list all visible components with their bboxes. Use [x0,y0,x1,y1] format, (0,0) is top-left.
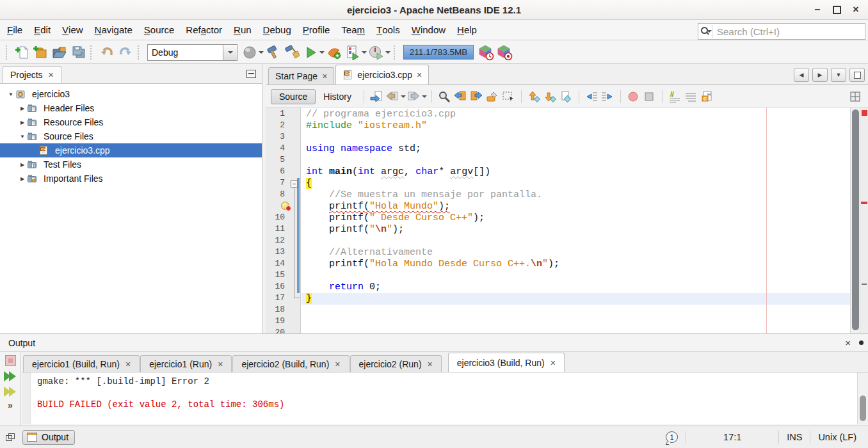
history-view-button[interactable]: History [316,90,359,104]
close-icon[interactable]: × [335,359,340,369]
toggle-highlight-icon[interactable] [485,89,501,104]
profile-clock-icon[interactable] [477,44,494,61]
code-line-18[interactable] [301,305,850,316]
deploy-icon[interactable] [241,44,258,61]
close-icon[interactable]: × [322,71,327,81]
menu-team[interactable]: Team [335,20,371,40]
menu-profile[interactable]: Profile [297,20,336,40]
find-selection-icon[interactable] [437,89,453,104]
menu-help[interactable]: Help [451,20,483,40]
undo-icon[interactable] [98,44,115,61]
forward-dropdown-icon[interactable] [422,95,427,98]
comment-icon[interactable]: // [667,89,683,104]
menu-debug[interactable]: Debug [257,20,297,40]
menu-source[interactable]: Source [138,20,181,40]
output-tab-ejercicio1-build-run[interactable]: ejercicio1 (Build, Run)× [23,355,140,372]
code-line-8[interactable]: //Se muestra un mensaje por pantalla. [301,189,850,201]
memory-indicator[interactable]: 211.1/783.5MB [403,45,474,60]
editor-vertical-scrollbar[interactable] [850,108,860,333]
search-icon[interactable] [698,25,713,38]
rerun-build-icon[interactable] [4,371,17,381]
more-buttons-icon[interactable]: » [8,402,13,408]
deploy-dropdown-icon[interactable] [259,51,264,54]
code-line-5[interactable] [301,155,850,166]
tree-item-ejercicio3[interactable]: ▼ejercicio3 [0,87,262,101]
clean-build-icon[interactable] [283,44,300,61]
minimize-panel-dot-icon[interactable] [859,340,864,345]
code-editor[interactable]: 123456781011121314151617181920 // progra… [266,108,868,333]
code-line-10[interactable]: printf(" Desde Curso C++"); [301,212,850,224]
debug-config-select[interactable]: Debug [147,44,237,61]
output-window-button[interactable]: Output [22,430,75,445]
menu-navigate[interactable]: Navigate [89,20,138,40]
tree-expander-icon[interactable]: ▼ [18,134,27,140]
menu-file[interactable]: File [1,20,28,40]
back-icon[interactable] [385,89,401,104]
tree-item-header-files[interactable]: ▶Header Files [0,101,262,115]
code-line-4[interactable]: using namespace std; [301,143,850,155]
tree-item-resource-files[interactable]: ▶Resource Files [0,115,262,129]
scroll-tabs-left-button[interactable]: ◀ [794,68,809,82]
debug-project-icon[interactable] [325,44,342,61]
code-line-11[interactable]: printf("\n"); [301,224,850,236]
redo-icon[interactable] [117,44,134,61]
editor-tab-ejercicio3-cpp[interactable]: C+ejercicio3.cpp× [335,65,429,84]
rerun-with-options-icon[interactable] [4,387,17,397]
menu-tools[interactable]: Tools [371,20,406,40]
split-document-icon[interactable] [847,89,863,104]
close-icon[interactable]: × [218,359,223,369]
projects-tab[interactable]: Projects × [3,66,61,83]
rectangular-selection-icon[interactable] [501,89,517,104]
debug-dropdown-icon[interactable] [362,51,367,54]
menu-window[interactable]: Window [406,20,451,40]
shift-line-right-icon[interactable] [600,89,616,104]
uncomment-icon[interactable] [683,89,699,104]
profile-project-icon[interactable] [367,44,385,61]
error-stripe-status-icon[interactable] [862,110,867,116]
back-dropdown-icon[interactable] [401,95,406,98]
code-line-13[interactable]: //Alternativamente [301,247,850,259]
code-line-15[interactable] [301,270,850,282]
next-bookmark-icon[interactable] [542,89,558,104]
code-line-9[interactable]: printf("Hola Mundo"); [301,201,850,212]
code-line-19[interactable] [301,316,850,328]
error-stripe-mark[interactable] [861,202,867,204]
output-console[interactable]: gmake: *** [.build-impl] Error 2BUILD FA… [22,372,858,424]
scrollbar-thumb[interactable] [860,396,866,421]
tree-expander-icon[interactable]: ▶ [18,106,27,111]
code-line-17[interactable]: } [301,293,850,305]
close-icon[interactable]: × [428,359,433,369]
menu-run[interactable]: Run [228,20,257,40]
code-line-16[interactable]: return 0; [301,282,850,293]
last-edit-location-icon[interactable] [369,89,385,104]
output-vertical-scrollbar[interactable] [857,372,868,424]
scroll-tabs-right-button[interactable]: ▶ [812,68,828,82]
tree-expander-icon[interactable]: ▶ [18,176,27,182]
scrollbar-thumb[interactable] [852,109,859,330]
notifications-cell[interactable]: 1 [658,431,686,444]
tree-item-source-files[interactable]: ▼Source Files [0,129,262,143]
previous-bookmark-icon[interactable] [526,89,542,104]
shift-line-left-icon[interactable] [584,89,600,104]
tree-item-ejercicio3-cpp[interactable]: C+ejercicio3.cpp [0,143,262,157]
save-all-icon[interactable] [69,44,86,61]
tree-item-test-files[interactable]: ▶TTest Files [0,157,262,172]
close-icon[interactable]: × [49,70,54,80]
tree-item-important-files[interactable]: ▶Important Files [0,172,262,186]
stop-macro-recording-icon[interactable] [641,89,657,104]
previous-occurrence-icon[interactable] [453,89,469,104]
output-tab-ejercicio3-build-run[interactable]: ejercicio3 (Build, Run)× [448,353,565,372]
float-window-icon[interactable] [6,433,15,441]
open-project-icon[interactable] [51,44,68,61]
notifications-icon[interactable]: 1 [666,431,678,443]
search-input[interactable] [713,26,865,37]
code-line-1[interactable]: // programa ejercicio3.cpp [301,109,850,120]
error-badge-gutter[interactable] [266,201,300,212]
new-file-icon[interactable] [13,44,31,61]
tree-expander-icon[interactable]: ▶ [18,162,27,168]
close-icon[interactable]: × [125,359,131,369]
tab-list-button[interactable]: ▼ [831,68,846,82]
profile-dropdown-icon[interactable] [385,51,390,54]
code-line-12[interactable] [301,236,850,247]
code-line-7[interactable]: { [301,178,850,189]
